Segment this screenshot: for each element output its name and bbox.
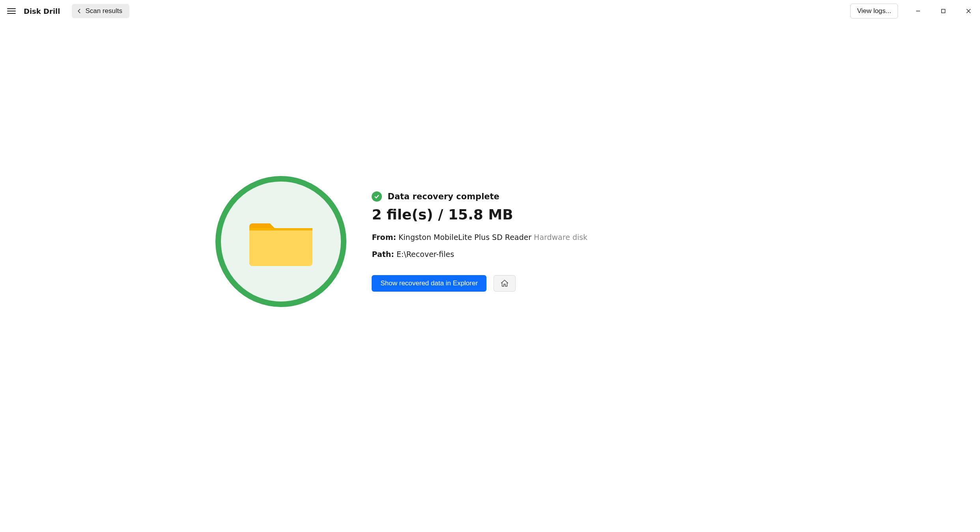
home-button[interactable] xyxy=(494,275,516,292)
window-maximize-button[interactable] xyxy=(934,3,952,19)
path-key: Path: xyxy=(372,250,394,259)
recovery-complete-panel: Data recovery complete 2 file(s) / 15.8 … xyxy=(0,22,980,532)
svg-rect-4 xyxy=(249,228,312,266)
recovery-path-line: Path: E:\Recover-files xyxy=(372,247,587,261)
home-icon xyxy=(500,279,509,288)
recovery-info: Data recovery complete 2 file(s) / 15.8 … xyxy=(372,191,587,291)
menu-icon[interactable] xyxy=(7,6,17,16)
svg-rect-5 xyxy=(249,228,312,230)
actions-row: Show recovered data in Explorer xyxy=(372,275,587,292)
from-device: Kingston MobileLite Plus SD Reader xyxy=(398,233,531,242)
minimize-icon xyxy=(916,9,920,13)
status-label: Data recovery complete xyxy=(387,192,499,201)
back-button-label: Scan results xyxy=(85,7,122,15)
checkmark-icon xyxy=(372,191,382,202)
app-title: Disk Drill xyxy=(24,7,60,15)
from-key: From: xyxy=(372,233,396,242)
status-row: Data recovery complete xyxy=(372,191,587,202)
back-button[interactable]: Scan results xyxy=(72,4,129,18)
window-minimize-button[interactable] xyxy=(909,3,927,19)
recovery-summary: 2 file(s) / 15.8 MB xyxy=(372,206,587,223)
path-value: E:\Recover-files xyxy=(396,250,454,259)
window-close-button[interactable] xyxy=(959,3,978,19)
svg-rect-1 xyxy=(942,9,945,13)
view-logs-button[interactable]: View logs... xyxy=(850,4,898,19)
maximize-icon xyxy=(941,9,946,13)
folder-icon xyxy=(249,216,312,267)
app-window: Disk Drill Scan results View logs... xyxy=(0,0,980,532)
folder-success-badge xyxy=(215,176,346,307)
from-kind: Hardware disk xyxy=(534,233,587,242)
title-bar: Disk Drill Scan results View logs... xyxy=(0,0,980,22)
chevron-left-icon xyxy=(77,8,82,14)
show-in-explorer-button[interactable]: Show recovered data in Explorer xyxy=(372,275,486,292)
source-device-line: From: Kingston MobileLite Plus SD Reader… xyxy=(372,230,587,244)
close-icon xyxy=(966,9,971,13)
